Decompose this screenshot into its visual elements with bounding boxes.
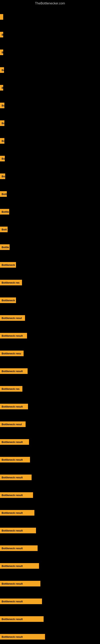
- bottleneck-label: Bottleneck resul: [0, 315, 25, 321]
- list-item: Bottle: [0, 238, 100, 256]
- rows-container: BBBoBBoBoBoBoBoBottBottleBottBottleBottl…: [0, 6, 100, 644]
- list-item: Bottleneck result: [0, 451, 100, 468]
- bottleneck-label: B: [0, 32, 3, 38]
- list-item: Bott: [0, 185, 100, 203]
- bottleneck-label: Bottleneck result: [0, 528, 36, 533]
- bottleneck-label: Bottleneck resul: [0, 422, 26, 427]
- site-header: TheBottlenecker.com: [0, 0, 100, 6]
- bottleneck-label: Bott: [0, 226, 8, 232]
- list-item: B: [0, 26, 100, 44]
- list-item: Bo: [0, 114, 100, 132]
- bottleneck-label: Bottleneck result: [0, 634, 45, 640]
- list-item: Bottleneck result: [0, 433, 100, 451]
- bottleneck-label: Bottleneck result: [0, 457, 30, 462]
- bottleneck-label: Bo: [0, 120, 4, 126]
- list-item: Bottleneck res: [0, 274, 100, 292]
- bottleneck-label: Bottleneck result: [0, 474, 32, 480]
- bottleneck-label: Bottleneck result: [0, 333, 27, 338]
- bottleneck-label: Bo: [0, 174, 5, 179]
- list-item: Bottleneck result: [0, 327, 100, 344]
- list-item: Bottleneck result: [0, 575, 100, 592]
- bottleneck-label: Bottleneck: [0, 262, 16, 268]
- bottleneck-label: Bottleneck result: [0, 546, 38, 551]
- bottleneck-label: Bottleneck result: [0, 581, 40, 586]
- list-item: Bo: [0, 150, 100, 168]
- list-item: Bo: [0, 132, 100, 150]
- bottleneck-label: Bottleneck: [0, 298, 16, 303]
- bottleneck-label: Bo: [0, 138, 4, 144]
- bottleneck-label: B: [0, 85, 3, 90]
- list-item: Bottleneck result: [0, 522, 100, 539]
- bottleneck-label: Bottleneck res: [0, 386, 22, 392]
- list-item: Bott: [0, 220, 100, 238]
- site-title: TheBottlenecker.com: [0, 0, 100, 6]
- list-item: Bottleneck resul: [0, 416, 100, 433]
- bottleneck-label: [0, 14, 3, 20]
- bottleneck-label: Bottleneck res: [0, 280, 22, 285]
- list-item: Bottleneck result: [0, 557, 100, 575]
- bottleneck-label: Bottleneck result: [0, 492, 33, 498]
- bottleneck-label: Bo: [0, 67, 4, 73]
- list-item: B: [0, 44, 100, 61]
- list-item: Bottleneck result: [0, 468, 100, 486]
- list-item: Bottleneck resul: [0, 309, 100, 327]
- bottleneck-label: Bo: [0, 156, 5, 162]
- bottleneck-label: Bottleneck result: [0, 439, 29, 445]
- list-item: Bottleneck result: [0, 539, 100, 557]
- bottleneck-label: Bottle: [0, 244, 10, 250]
- list-item: Bo: [0, 168, 100, 185]
- list-item: Bo: [0, 96, 100, 114]
- list-item: Bo: [0, 61, 100, 79]
- list-item: Bottleneck result: [0, 610, 100, 628]
- list-item: Bottleneck resu: [0, 344, 100, 362]
- list-item: Bottleneck res: [0, 380, 100, 398]
- list-item: Bottleneck: [0, 292, 100, 309]
- bottleneck-label: Bottleneck result: [0, 616, 44, 622]
- bottleneck-label: Bottle: [0, 209, 9, 214]
- list-item: [0, 8, 100, 26]
- list-item: Bottleneck result: [0, 504, 100, 522]
- list-item: Bottleneck result: [0, 486, 100, 504]
- list-item: Bottleneck: [0, 256, 100, 274]
- list-item: B: [0, 79, 100, 96]
- bottleneck-label: Bottleneck result: [0, 598, 42, 604]
- bottleneck-label: Bottleneck result: [0, 404, 28, 409]
- list-item: Bottleneck result: [0, 592, 100, 610]
- bottleneck-label: B: [0, 50, 3, 55]
- bottleneck-label: Bottleneck result: [0, 563, 39, 569]
- list-item: Bottleneck result: [0, 628, 100, 644]
- list-item: Bottleneck result: [0, 362, 100, 380]
- bottleneck-label: Bottleneck result: [0, 510, 34, 516]
- bottleneck-label: Bott: [0, 191, 7, 197]
- bottleneck-label: Bottleneck result: [0, 368, 28, 374]
- bottleneck-label: Bo: [0, 103, 4, 108]
- bottleneck-label: Bottleneck resu: [0, 350, 24, 356]
- list-item: Bottle: [0, 203, 100, 220]
- list-item: Bottleneck result: [0, 398, 100, 416]
